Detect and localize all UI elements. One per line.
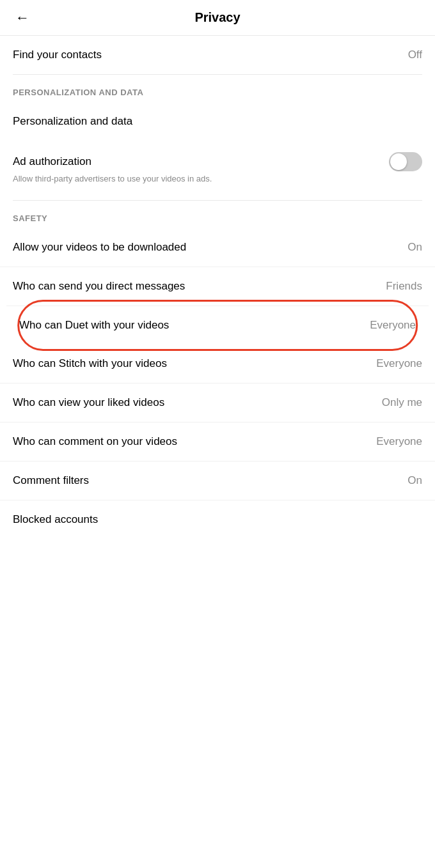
personalization-data-row[interactable]: Personalization and data: [0, 102, 435, 141]
allow-downloads-row[interactable]: Allow your videos to be downloaded On: [0, 228, 435, 267]
comment-filters-value: On: [407, 474, 422, 487]
direct-messages-value: Friends: [386, 280, 422, 293]
blocked-accounts-row[interactable]: Blocked accounts: [0, 500, 435, 539]
comment-label: Who can comment on your videos: [13, 435, 368, 448]
safety-header: SAFETY: [0, 201, 435, 228]
personalization-data-label: Personalization and data: [13, 115, 422, 128]
comment-filters-label: Comment filters: [13, 474, 400, 487]
comment-row[interactable]: Who can comment on your videos Everyone: [0, 422, 435, 461]
allow-downloads-value: On: [407, 241, 422, 254]
stitch-value: Everyone: [376, 357, 422, 370]
duet-row-wrapper: Who can Duet with your videos Everyone: [0, 306, 435, 345]
safety-section: SAFETY Allow your videos to be downloade…: [0, 201, 435, 539]
stitch-row[interactable]: Who can Stitch with your videos Everyone: [0, 345, 435, 383]
duet-row[interactable]: Who can Duet with your videos Everyone: [6, 306, 429, 345]
direct-messages-row[interactable]: Who can send you direct messages Friends: [0, 267, 435, 306]
ad-authorization-label: Ad authorization: [13, 155, 389, 168]
stitch-label: Who can Stitch with your videos: [13, 357, 368, 370]
ad-authorization-row[interactable]: Ad authorization Allow third-party adver…: [0, 141, 435, 195]
find-contacts-label: Find your contacts: [13, 49, 400, 61]
ad-authorization-toggle[interactable]: [389, 152, 422, 171]
find-contacts-row[interactable]: Find your contacts Off: [0, 36, 435, 74]
comment-filters-row[interactable]: Comment filters On: [0, 461, 435, 500]
direct-messages-label: Who can send you direct messages: [13, 280, 378, 293]
comment-value: Everyone: [376, 435, 422, 448]
personalization-header: PERSONALIZATION AND DATA: [0, 75, 435, 102]
liked-videos-value: Only me: [382, 396, 422, 409]
page-header: ← Privacy: [0, 0, 435, 36]
toggle-knob: [390, 153, 407, 170]
page-title: Privacy: [194, 10, 240, 25]
find-contacts-value: Off: [408, 49, 422, 61]
allow-downloads-label: Allow your videos to be downloaded: [13, 241, 400, 254]
back-button[interactable]: ←: [13, 7, 32, 29]
ad-authorization-desc: Allow third-party advertisers to use you…: [13, 174, 422, 183]
liked-videos-label: Who can view your liked videos: [13, 396, 374, 409]
duet-label: Who can Duet with your videos: [19, 319, 362, 332]
liked-videos-row[interactable]: Who can view your liked videos Only me: [0, 383, 435, 422]
duet-value: Everyone: [370, 319, 416, 332]
blocked-accounts-label: Blocked accounts: [13, 513, 422, 526]
personalization-section: PERSONALIZATION AND DATA Personalization…: [0, 75, 435, 195]
